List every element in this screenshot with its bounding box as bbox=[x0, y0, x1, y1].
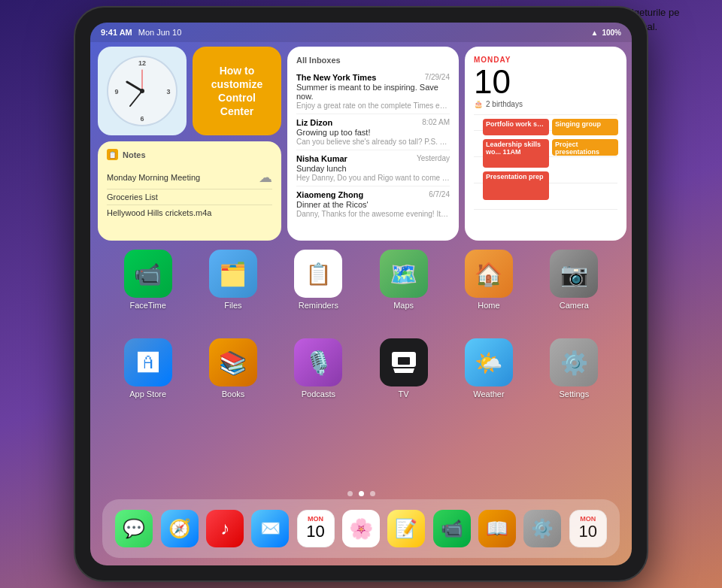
page-dot-1[interactable] bbox=[347, 491, 353, 496]
ipad-frame: 9:41 AM Mon Jun 10 ▲ 100% 12 3 6 9 bbox=[75, 8, 647, 580]
mail-header: All Inboxes bbox=[296, 56, 450, 65]
app-facetime[interactable]: 📹 FaceTime bbox=[124, 250, 172, 310]
app-grid-row1: 📹 FaceTime 🗂️ Files 📋 Reminders 🗺️ Maps … bbox=[90, 250, 632, 310]
status-time: 9:41 AM bbox=[101, 28, 132, 37]
mail-date-1: 8:02 AM bbox=[422, 118, 450, 127]
dock-settings[interactable]: ⚙️ bbox=[523, 510, 561, 547]
dock-books[interactable]: 📖 bbox=[478, 510, 516, 547]
dock-photos[interactable]: 🌸 bbox=[342, 510, 380, 547]
mail-item-3: Xiaomeng Zhong 6/7/24 Dinner at the Rico… bbox=[296, 186, 450, 222]
mail-preview-0: Enjoy a great rate on the complete Times… bbox=[296, 102, 450, 110]
app-reminders[interactable]: 📋 Reminders bbox=[294, 250, 342, 310]
app-weather-label: Weather bbox=[473, 389, 504, 399]
app-files-label: Files bbox=[224, 301, 241, 310]
notes-icon: 📋 bbox=[107, 149, 118, 160]
dock-safari[interactable]: 🧭 bbox=[161, 510, 199, 547]
notes-item-0: Monday Morning Meeting ☁ bbox=[107, 166, 272, 189]
app-podcasts-label: Podcasts bbox=[302, 389, 335, 399]
page-dots bbox=[90, 491, 632, 496]
cal-event-3: Project presentations 3PM bbox=[552, 139, 618, 156]
status-bar: 9:41 AM Mon Jun 10 ▲ 100% bbox=[90, 23, 632, 42]
app-camera[interactable]: 📷 Camera bbox=[550, 250, 598, 310]
dock-calendar[interactable]: MON 10 bbox=[297, 510, 335, 547]
app-podcasts[interactable]: 🎙️ Podcasts bbox=[294, 338, 342, 399]
dock-facetime[interactable]: 📹 bbox=[433, 510, 471, 547]
mail-preview-2: Hey Danny, Do you and Rigo want to come … bbox=[296, 174, 450, 182]
svg-text:12: 12 bbox=[138, 59, 146, 67]
app-tv[interactable]: TV bbox=[380, 338, 428, 399]
mail-date-0: 7/29/24 bbox=[425, 73, 450, 82]
app-files[interactable]: 🗂️ Files bbox=[209, 250, 257, 310]
mail-sender-3: Xiaomeng Zhong bbox=[296, 190, 363, 199]
app-maps-label: Maps bbox=[393, 301, 414, 310]
notes-item-1: Groceries List bbox=[107, 189, 272, 205]
mail-widget[interactable]: All Inboxes The New York Times 7/29/24 S… bbox=[287, 47, 459, 241]
mail-subject-0: Summer is meant to be inspiring. Save no… bbox=[296, 83, 450, 101]
calendar-widget[interactable]: MONDAY 10 🎂 2 birthdays Portfolio work bbox=[465, 47, 626, 241]
page-dot-2[interactable] bbox=[359, 491, 364, 496]
mail-subject-2: Sunday lunch bbox=[296, 164, 450, 173]
mail-sender-2: Nisha Kumar bbox=[296, 154, 347, 163]
notes-item-2: Hellywood Hills crickets.m4a bbox=[107, 205, 272, 220]
dock: 💬 🧭 ♪ ✉️ MON 10 🌸 📝 📹 bbox=[102, 499, 620, 558]
mail-item-2: Nisha Kumar Yesterday Sunday lunch Hey D… bbox=[296, 150, 450, 186]
ipad-screen: 9:41 AM Mon Jun 10 ▲ 100% 12 3 6 9 bbox=[90, 23, 632, 565]
app-tv-label: TV bbox=[399, 389, 409, 399]
notes-widget[interactable]: 📋 Notes Monday Morning Meeting ☁ Groceri… bbox=[98, 141, 281, 241]
status-date: Mon Jun 10 bbox=[138, 28, 181, 37]
mail-subject-1: Growing up too fast! bbox=[296, 128, 450, 137]
mail-subject-3: Dinner at the Ricos' bbox=[296, 200, 450, 209]
app-home-label: Home bbox=[478, 301, 499, 310]
app-reminders-label: Reminders bbox=[299, 301, 338, 310]
cal-birthday: 🎂 2 birthdays bbox=[474, 100, 617, 108]
dock-notes[interactable]: 📝 bbox=[387, 510, 425, 547]
svg-text:6: 6 bbox=[140, 115, 144, 123]
cal-event-1: Singing group bbox=[552, 119, 618, 135]
dock-calendar2[interactable]: MON 10 bbox=[569, 510, 607, 547]
dock-mail[interactable]: ✉️ bbox=[251, 510, 289, 547]
svg-text:3: 3 bbox=[166, 88, 170, 95]
cal-event-0: Portfolio work session bbox=[483, 119, 549, 135]
mail-item-0: The New York Times 7/29/24 Summer is mea… bbox=[296, 69, 450, 114]
app-settings-label: Settings bbox=[559, 389, 589, 399]
app-facetime-label: FaceTime bbox=[129, 301, 166, 310]
svg-marker-10 bbox=[393, 368, 414, 373]
clock-widget[interactable]: 12 3 6 9 bbox=[98, 47, 187, 135]
wifi-icon: ▲ bbox=[591, 29, 599, 37]
battery-status: 100% bbox=[602, 29, 621, 37]
mail-sender-0: The New York Times bbox=[296, 73, 376, 82]
app-home[interactable]: 🏠 Home bbox=[465, 250, 513, 310]
dock-messages[interactable]: 💬 bbox=[115, 510, 153, 547]
cal-events-area: Portfolio work session Singing group Lea… bbox=[474, 114, 617, 231]
cal-event-2: Leadership skills wo... 11AM bbox=[483, 139, 549, 168]
app-grid-row2: 🅰 App Store 📚 Books 🎙️ Podcasts TV bbox=[90, 338, 632, 399]
notes-header: 📋 Notes bbox=[107, 149, 272, 160]
app-settings[interactable]: ⚙️ Settings bbox=[550, 338, 598, 399]
page-dot-3[interactable] bbox=[370, 491, 375, 496]
mail-item-1: Liz Dizon 8:02 AM Growing up too fast! C… bbox=[296, 114, 450, 150]
mail-date-3: 6/7/24 bbox=[429, 190, 450, 199]
app-appstore[interactable]: 🅰 App Store bbox=[124, 338, 172, 399]
mail-date-2: Yesterday bbox=[417, 154, 450, 163]
cal-date: 10 bbox=[474, 65, 617, 99]
howto-widget[interactable]: How to customize Control Center bbox=[193, 47, 281, 135]
app-books[interactable]: 📚 Books bbox=[209, 338, 257, 399]
app-weather[interactable]: 🌤️ Weather bbox=[465, 338, 513, 399]
mail-preview-3: Danny, Thanks for the awesome evening! I… bbox=[296, 210, 450, 218]
howto-text: How to customize Control Center bbox=[203, 64, 271, 119]
svg-text:9: 9 bbox=[114, 88, 118, 95]
mail-preview-1: Can you believe she's already so tall? P… bbox=[296, 138, 450, 146]
app-camera-label: Camera bbox=[560, 301, 589, 310]
app-maps[interactable]: 🗺️ Maps bbox=[380, 250, 428, 310]
dock-cal2-day: 10 bbox=[579, 523, 597, 541]
cal-event-4: Presentation prep bbox=[483, 171, 549, 200]
svg-point-8 bbox=[140, 89, 144, 93]
app-books-label: Books bbox=[222, 389, 245, 399]
mail-sender-1: Liz Dizon bbox=[296, 118, 332, 127]
app-appstore-label: App Store bbox=[129, 389, 166, 399]
svg-rect-11 bbox=[398, 357, 410, 365]
dock-music[interactable]: ♪ bbox=[206, 510, 244, 547]
notes-title: Notes bbox=[123, 150, 146, 159]
dock-cal-day: 10 bbox=[306, 523, 324, 541]
